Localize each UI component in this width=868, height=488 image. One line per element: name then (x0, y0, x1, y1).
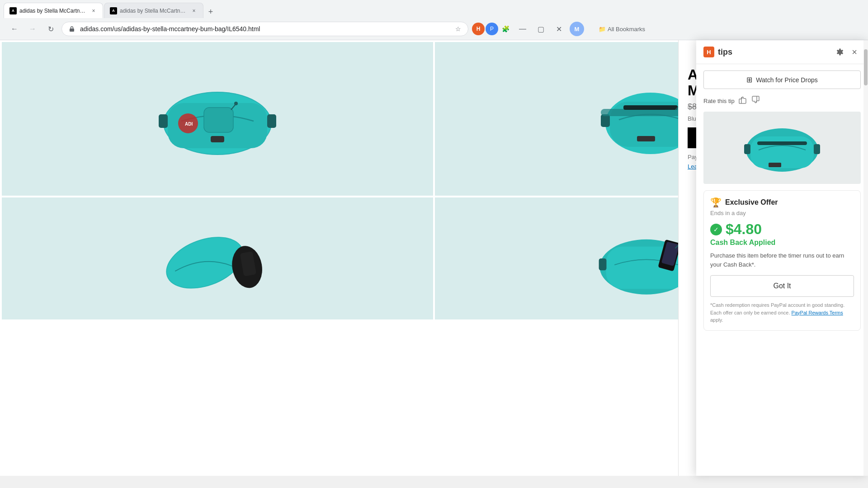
svg-rect-27 (599, 258, 607, 270)
close-button[interactable]: ✕ (552, 22, 566, 36)
url-text: adidas.com/us/adidas-by-stella-mccartney… (80, 25, 450, 33)
trophy-icon: 🏆 (710, 197, 722, 208)
thumbs-down-icon[interactable] (751, 95, 760, 106)
svg-rect-8 (204, 108, 233, 132)
close-tips-button[interactable]: × (848, 46, 861, 58)
browser-chrome: A adidas by Stella McCartney Bum... × A … (0, 0, 868, 40)
tab-2[interactable]: A adidas by Stella McCartney Bum... × (104, 3, 203, 18)
svg-rect-38 (769, 163, 781, 167)
svg-rect-14 (601, 114, 610, 127)
extension-2[interactable]: P (486, 23, 498, 35)
svg-text:ADI: ADI (185, 122, 193, 127)
scrollbar-thumb[interactable] (864, 49, 868, 85)
profile-icon[interactable]: M (570, 22, 584, 36)
popup-product-thumbnail (703, 112, 861, 184)
minimize-button[interactable]: — (515, 22, 530, 36)
offer-header: 🏆 Exclusive Offer (710, 197, 854, 208)
bag-image-3 (150, 213, 285, 304)
tab-1-favicon: A (9, 7, 17, 14)
thumbs-up-icon[interactable] (738, 95, 747, 106)
tab-2-title: adidas by Stella McCartney Bum... (120, 8, 188, 14)
honeybar-logo: H (703, 47, 714, 57)
svg-rect-0 (70, 28, 74, 32)
extension-3[interactable]: 🧩 (499, 23, 512, 35)
tips-body: ⊞ Watch for Price Drops Rate this tip (696, 64, 868, 343)
product-image-3 (2, 197, 433, 319)
svg-rect-35 (744, 144, 750, 154)
cashback-amount: $4.80 (726, 221, 762, 238)
tab-2-favicon: A (110, 7, 117, 14)
svg-rect-4 (159, 114, 168, 128)
back-button[interactable]: ← (7, 22, 22, 36)
scrollbar-track[interactable] (863, 40, 868, 476)
bookmarks-label: 📁All Bookmarks (599, 26, 645, 33)
new-tab-button[interactable]: + (204, 5, 217, 18)
tab-2-close[interactable]: × (190, 7, 198, 14)
cashback-description: Purchase this item before the timer runs… (710, 251, 854, 269)
tab-1-title: adidas by Stella McCartney Bum... (19, 8, 87, 14)
address-bar-row: ← → ↻ adidas.com/us/adidas-by-stella-mcc… (0, 18, 868, 40)
offer-subtitle: Ends in a day (710, 210, 854, 216)
reload-button[interactable]: ↻ (43, 22, 58, 36)
svg-rect-9 (211, 136, 224, 142)
main-content: ADI (0, 40, 868, 476)
product-image-1: ADI (2, 42, 433, 196)
svg-rect-36 (814, 144, 820, 154)
bag-image-1: ADI (145, 69, 290, 169)
extension-1[interactable]: H (472, 23, 485, 35)
svg-rect-17 (623, 105, 678, 110)
maximize-button[interactable]: ▢ (533, 22, 548, 36)
tips-header: H tips × (696, 40, 868, 64)
rate-tip-row: Rate this tip (703, 95, 861, 106)
svg-rect-34 (750, 136, 814, 168)
cashback-check-icon: ✓ (710, 224, 722, 235)
extensions-area: H P 🧩 (472, 23, 512, 35)
tab-bar: A adidas by Stella McCartney Bum... × A … (0, 0, 868, 18)
address-bar[interactable]: adidas.com/us/adidas-by-stella-mccartney… (61, 22, 468, 36)
svg-rect-5 (267, 114, 276, 128)
svg-rect-18 (637, 136, 655, 141)
paypal-rewards-terms-link[interactable]: PayPal Rewards Terms (792, 310, 843, 315)
svg-point-11 (234, 102, 238, 105)
svg-rect-37 (757, 141, 807, 145)
cashback-amount-row: ✓ $4.80 (710, 221, 854, 238)
tips-title: tips (718, 47, 834, 57)
popup-bag-svg (732, 116, 832, 179)
forward-button[interactable]: → (25, 22, 40, 36)
tab-1-close[interactable]: × (90, 7, 97, 14)
watch-price-drops-button[interactable]: ⊞ Watch for Price Drops (703, 70, 861, 89)
cashback-label: Cash Back Applied (710, 239, 854, 247)
got-it-button[interactable]: Got It (710, 275, 854, 297)
tab-1[interactable]: A adidas by Stella McCartney Bum... × (4, 3, 103, 18)
settings-icon[interactable] (834, 46, 846, 58)
rate-tip-label: Rate this tip (703, 98, 735, 104)
offer-title: Exclusive Offer (725, 198, 778, 206)
tips-popup: H tips × ⊞ Watch for Price Drops (696, 40, 868, 476)
disclaimer-text: *Cash redemption requires PayPal account… (710, 301, 854, 324)
star-icon[interactable]: ☆ (453, 24, 462, 33)
watch-icon: ⊞ (746, 75, 752, 84)
lock-icon (67, 24, 76, 33)
exclusive-offer-section: 🏆 Exclusive Offer Ends in a day ✓ $4.80 … (703, 190, 861, 331)
